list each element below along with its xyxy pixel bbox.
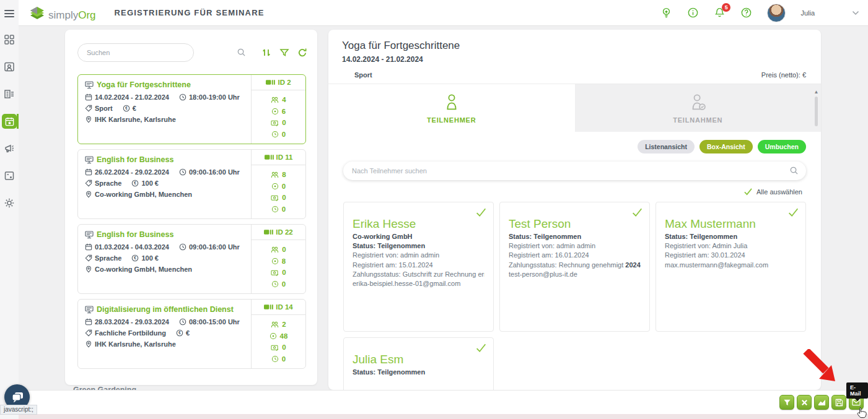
- calendar-icon: [85, 93, 92, 101]
- stat-invoices: 0: [282, 343, 286, 351]
- sidebar-item-organizations[interactable]: [2, 87, 17, 102]
- seminar-dates: 01.03.2024 - 04.03.2024: [95, 243, 169, 251]
- seminar-category: Fachliche Fortbildung: [95, 329, 166, 337]
- bell-icon[interactable]: 5: [714, 7, 726, 19]
- tab-teilnahmen[interactable]: TEILNAHMEN: [575, 84, 822, 132]
- rebook-button[interactable]: Umbuchen: [758, 140, 806, 153]
- stat-participants: 4: [282, 96, 286, 103]
- check-icon[interactable]: [475, 207, 487, 217]
- participant-payment-status: Zahlungsstatus: Rechnung genehmigt 2024-…: [509, 261, 641, 270]
- save-icon: [835, 399, 843, 407]
- sidebar-item-contacts[interactable]: [2, 59, 17, 74]
- scrollbar[interactable]: ▲ ▼: [813, 89, 820, 365]
- stat-waitlist: 0: [282, 131, 286, 138]
- filter-icon: [783, 399, 791, 407]
- invoice-icon: [271, 119, 279, 126]
- scroll-thumb[interactable]: [815, 97, 818, 126]
- close-button[interactable]: [797, 395, 812, 410]
- simplyorg-logo-icon: [28, 4, 46, 22]
- stat-invoices: 0: [282, 269, 286, 276]
- seminar-dates: 26.02.2024 - 29.02.2024: [95, 168, 169, 176]
- lightbulb-icon[interactable]: [660, 7, 672, 19]
- seminars-icon: [4, 116, 15, 127]
- page-title: REGISTRIERUNG FÜR SEMINARE: [115, 8, 265, 17]
- seminar-time: 09:00-16:00 Uhr: [189, 243, 240, 251]
- seminar-dates: 14.02.2024 - 21.02.2024: [95, 93, 169, 101]
- waitlist-icon: [271, 205, 279, 213]
- help-icon[interactable]: [740, 7, 752, 19]
- clock-icon: [179, 93, 186, 101]
- participant-status: Status: Teilgenommen: [509, 232, 641, 241]
- check-icon[interactable]: [631, 207, 643, 217]
- seminar-icon: [85, 155, 94, 164]
- scroll-down-icon[interactable]: ▼: [813, 360, 820, 365]
- seminar-icon: [85, 230, 94, 239]
- filter-icon[interactable]: [279, 48, 289, 58]
- list-view-button[interactable]: Listenansicht: [638, 140, 695, 153]
- category-icon: [85, 254, 92, 262]
- seminar-category: Sport: [95, 105, 113, 112]
- notification-badge: 5: [722, 3, 730, 12]
- participant-search-input[interactable]: [343, 162, 806, 180]
- waitlist-icon: [271, 131, 279, 138]
- statistics-button[interactable]: [814, 395, 829, 410]
- waitlist-icon: [271, 280, 279, 288]
- price-icon: €: [131, 179, 139, 187]
- seminar-card[interactable]: English for Business 26.02.2024 - 29.02.…: [77, 149, 306, 219]
- participant-registered-by: Registriert von: Admin Julia: [665, 241, 797, 251]
- select-all-toggle[interactable]: Alle auswählen: [347, 188, 802, 196]
- app-logo[interactable]: simplyOrg: [28, 4, 96, 22]
- box-view-button[interactable]: Box-Ansicht: [699, 140, 753, 153]
- participant-card[interactable]: Max Mustermann Status: Teilgenommen Regi…: [655, 202, 806, 332]
- participant-name: Erika Hesse: [353, 217, 484, 231]
- sidebar-item-seminars[interactable]: [2, 114, 17, 129]
- location-icon: [85, 266, 92, 273]
- participant-email: max.mustermann@fakegmail.com: [665, 261, 797, 270]
- seminar-title: Yoga für Fortgeschrittene: [97, 80, 191, 89]
- hamburger-menu-icon[interactable]: [4, 8, 14, 19]
- logo-text: simplyOrg: [48, 9, 96, 22]
- stat-slots: 0: [282, 183, 286, 190]
- email-tooltip: E-Mail: [846, 382, 868, 399]
- detail-category: Sport: [354, 71, 372, 79]
- chevron-down-icon[interactable]: [852, 11, 859, 15]
- tab-label: TEILNAHMEN: [673, 116, 722, 124]
- seminar-location: IHK Karlsruhe, Karlsruhe: [95, 340, 176, 348]
- seminar-time: 09:00-16:00 Uhr: [189, 168, 240, 176]
- participant-name: Max Mustermann: [665, 217, 797, 231]
- sidebar-item-settings[interactable]: [2, 196, 17, 210]
- scroll-up-icon[interactable]: ▲: [813, 89, 820, 95]
- stat-waitlist: 0: [282, 355, 286, 363]
- participant-registered-by: Registriert von: admin admin: [509, 241, 641, 251]
- save-button[interactable]: [831, 395, 846, 410]
- sidebar-item-billing[interactable]: [2, 168, 17, 183]
- stat-invoices: 0: [282, 119, 286, 126]
- seminar-card[interactable]: Digitalisierung im öffentlichen Dienst 2…: [77, 299, 306, 369]
- avatar[interactable]: [767, 4, 786, 22]
- check-icon[interactable]: [787, 207, 799, 217]
- sidebar-item-dashboard[interactable]: [2, 32, 17, 47]
- stat-invoices: 0: [282, 194, 286, 201]
- info-icon[interactable]: [687, 7, 699, 19]
- seminar-location: IHK Karlsruhe, Karlsruhe: [95, 116, 176, 123]
- seminar-detail-panel: Yoga für Fortgeschrittene 14.02.2024 - 2…: [328, 30, 821, 390]
- seminar-search-input[interactable]: [77, 43, 194, 62]
- refresh-icon[interactable]: [297, 48, 307, 58]
- seminar-time: 18:00-19:00 Uhr: [189, 93, 240, 101]
- topbar: simplyOrg REGISTRIERUNG FÜR SEMINARE 5 J…: [19, 0, 868, 26]
- tab-teilnehmer[interactable]: TEILNEHMER: [328, 84, 575, 132]
- filter-button[interactable]: [779, 395, 794, 410]
- participant-card[interactable]: Erika Hesse Co-working GmbH Status: Teil…: [343, 202, 494, 332]
- participant-card[interactable]: Test Person Status: Teilgenommen Registr…: [499, 202, 650, 332]
- seminar-card[interactable]: English for Business 01.03.2024 - 04.03.…: [77, 224, 306, 294]
- detail-date-range: 14.02.2024 - 21.02.2024: [342, 55, 806, 64]
- location-icon: [85, 116, 92, 123]
- check-icon[interactable]: [475, 343, 487, 353]
- sidebar-item-marketing[interactable]: [2, 141, 17, 156]
- gear-icon: [4, 197, 15, 209]
- participant-card[interactable]: Julia Esm Status: Teilgenommen: [343, 337, 494, 390]
- detail-title: Yoga für Fortgeschrittene: [342, 40, 806, 52]
- sort-icon[interactable]: [261, 48, 271, 58]
- seminar-card[interactable]: Yoga für Fortgeschrittene 14.02.2024 - 2…: [77, 74, 306, 144]
- left-rail: [0, 0, 19, 419]
